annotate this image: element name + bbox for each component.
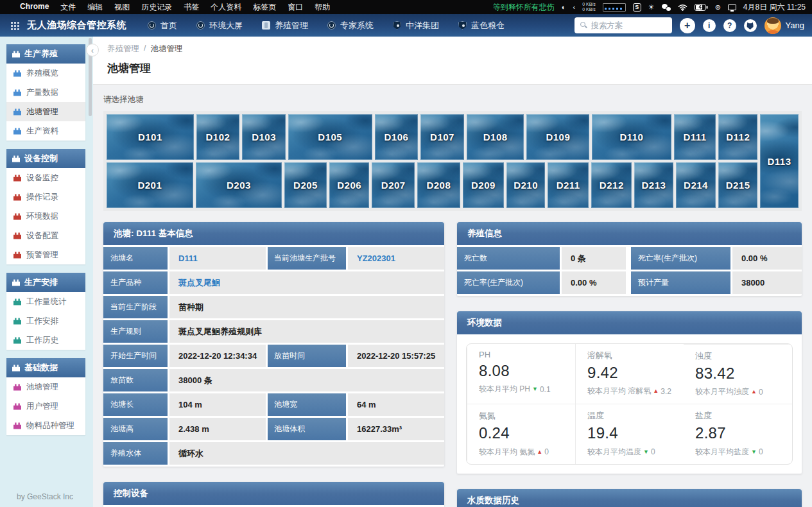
water-history-panel-title: 水质数据历史 [457, 489, 802, 507]
nav-item[interactable]: 环境大屏 [187, 14, 252, 37]
pond-tile[interactable]: D113 [760, 114, 799, 208]
nav-item[interactable]: 中洋集团 [383, 14, 449, 37]
main-area: 养殖管理 / 池塘管理 池塘管理 请选择池塘 D101 [93, 37, 812, 507]
sidebar-item[interactable]: 操作记录 [6, 187, 85, 207]
pond-tile[interactable]: D206 [329, 162, 370, 208]
row-label: 池塘宽 [268, 393, 346, 416]
pond-tile[interactable]: D201 [107, 162, 193, 208]
env-stat-delta: 较本月平均 氨氮 ▲ 0 [479, 447, 564, 458]
pond-tile[interactable]: D207 [372, 162, 415, 208]
sidebar-item[interactable]: 环境数据 [6, 207, 85, 226]
sidebar-item[interactable]: 工作历史 [6, 331, 85, 350]
env-stat-delta: 较本月平均温度 ▼ 0 [587, 447, 672, 458]
wechat-icon[interactable] [662, 4, 671, 11]
sidebar-item[interactable]: 设备配置 [6, 226, 85, 245]
mac-menu-item[interactable]: 视图 [108, 2, 135, 13]
sidebar-item[interactable]: 池塘管理 [6, 377, 85, 397]
mac-menu-item[interactable]: 历史记录 [135, 2, 178, 13]
mac-menu-item[interactable]: 窗口 [282, 2, 309, 13]
pond-tile-label: D105 [318, 132, 342, 142]
back-chevron-icon[interactable]: ‹ [573, 4, 575, 11]
row-label: 养殖水体 [103, 442, 168, 465]
row-value: 苗种期 [169, 296, 444, 318]
nav-item[interactable]: 蓝色粮仓 [449, 14, 514, 37]
menu-bar-clock[interactable]: 4月8日 周六 11:25 [743, 2, 806, 13]
input-source-icon[interactable]: ⊛ [715, 4, 721, 11]
mac-menu-item[interactable]: 书签 [178, 2, 205, 13]
select-pond-label: 请选择池塘 [103, 94, 802, 105]
row-value[interactable]: 斑点叉尾鮰 [169, 271, 444, 294]
pond-tile[interactable]: D213 [634, 162, 673, 208]
sidebar-item[interactable]: 产量数据 [6, 83, 85, 102]
mac-menu-item[interactable]: 个人资料 [205, 2, 247, 13]
s-app-icon[interactable]: S [633, 3, 641, 12]
pond-tile[interactable]: D110 [592, 114, 671, 160]
info-button[interactable]: i [703, 19, 716, 32]
user-menu[interactable]: Yang [764, 17, 804, 34]
pond-tile[interactable]: D215 [718, 162, 757, 208]
sidebar-item[interactable]: 生产资料 [6, 121, 85, 141]
help-button[interactable]: ? [723, 19, 736, 32]
building-icon [13, 128, 21, 135]
sidebar-item[interactable]: 工作量统计 [6, 292, 85, 311]
media-icon[interactable]: ◐ [562, 4, 566, 11]
mac-menu-item[interactable]: Chrome [14, 2, 55, 13]
nav-item[interactable]: 养殖管理 [252, 14, 318, 37]
wifi-icon[interactable] [678, 4, 687, 11]
sidebar-item[interactable]: 用户管理 [6, 397, 85, 416]
pond-tile[interactable]: D107 [420, 114, 464, 160]
sidebar-group-schedule[interactable]: 生产安排 [6, 273, 85, 292]
github-icon[interactable] [744, 19, 757, 32]
pond-tile[interactable]: D203 [196, 162, 282, 208]
breadcrumb-current: 池塘管理 [150, 44, 182, 55]
sidebar-collapse-button[interactable]: ‹ [86, 44, 99, 56]
sidebar-item[interactable]: 预警管理 [6, 245, 85, 264]
sidebar-item[interactable]: 设备监控 [6, 168, 85, 187]
sidebar-item[interactable]: 物料品种管理 [6, 416, 85, 435]
row-value[interactable]: D111 [169, 247, 266, 270]
pond-tile[interactable]: D211 [548, 162, 589, 208]
mac-menu-item[interactable]: 编辑 [82, 2, 108, 13]
pond-tile[interactable]: D109 [526, 114, 589, 160]
sidebar-group-device[interactable]: 设备控制 [6, 149, 85, 168]
building-icon [13, 175, 21, 182]
battery-icon[interactable] [695, 4, 708, 11]
sidebar-item[interactable]: 池塘管理 [6, 102, 85, 121]
mac-menu-item[interactable]: 帮助 [309, 2, 336, 13]
sidebar-group-base-data[interactable]: 基础数据 [6, 358, 85, 377]
network-graph-icon[interactable] [603, 3, 626, 12]
pond-tile[interactable]: D106 [375, 114, 419, 160]
pond-tile[interactable]: D214 [676, 162, 716, 208]
brightness-icon[interactable]: ☀ [648, 4, 655, 11]
display-icon[interactable] [728, 4, 736, 10]
nav-item[interactable]: 专家系统 [318, 14, 383, 37]
pond-tile[interactable]: D112 [718, 114, 757, 160]
sidebar-group-production[interactable]: 生产养殖 [6, 44, 85, 64]
pond-tile[interactable]: D111 [674, 114, 716, 160]
pond-tile[interactable]: D105 [288, 114, 372, 160]
pond-tile[interactable]: D209 [463, 162, 505, 208]
avatar [764, 17, 781, 34]
mac-menu-item[interactable]: 标签页 [247, 2, 282, 13]
pond-tile[interactable]: D101 [107, 114, 194, 160]
pond-tile[interactable]: D108 [467, 114, 524, 160]
pond-tile[interactable]: D212 [591, 162, 632, 208]
pond-tile[interactable]: D103 [242, 114, 286, 160]
breadcrumb-root[interactable]: 养殖管理 [107, 44, 139, 55]
pond-tile[interactable]: D210 [506, 162, 545, 208]
add-button[interactable]: + [680, 18, 695, 33]
pond-tile-label: D203 [227, 180, 251, 191]
apps-grid-icon[interactable] [10, 21, 19, 30]
nav-item[interactable]: 首页 [138, 14, 187, 37]
pond-tile[interactable]: D102 [196, 114, 240, 160]
pond-tile[interactable]: D205 [284, 162, 327, 208]
row-value[interactable]: YZ202301 [348, 247, 444, 270]
search-input[interactable] [574, 17, 672, 33]
shield-icon [393, 21, 401, 30]
sidebar-item[interactable]: 养殖概览 [6, 64, 85, 83]
sidebar-footer: by GeeStack Inc [0, 492, 90, 501]
sidebar-item[interactable]: 工作安排 [6, 311, 85, 331]
pond-tile[interactable]: D208 [417, 162, 460, 208]
pond-tile-label: D103 [252, 132, 276, 142]
mac-menu-item[interactable]: 文件 [55, 2, 82, 13]
